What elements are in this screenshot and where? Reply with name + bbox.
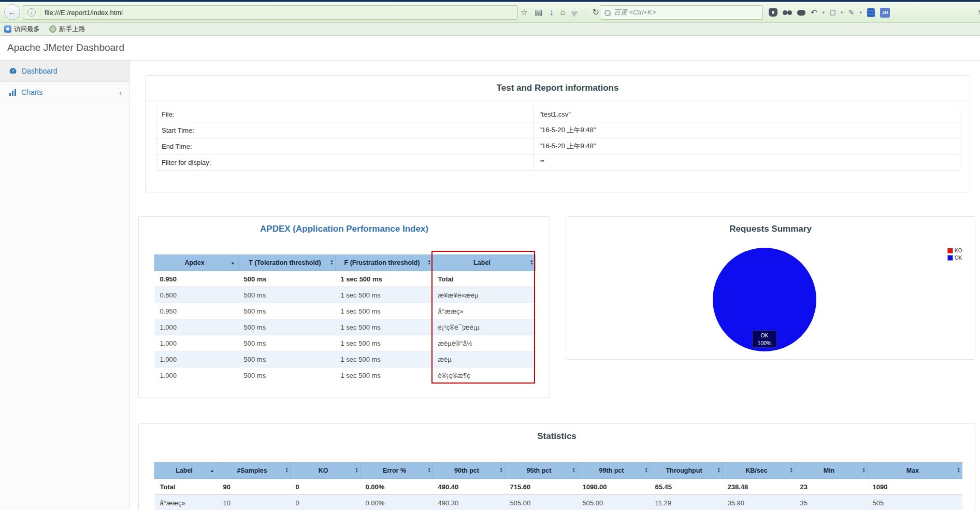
download-icon[interactable]: ↓ (549, 5, 553, 20)
cell: 1.000 (155, 367, 239, 384)
bookmarks-bar: 访问最多 新手上路 (0, 23, 980, 36)
sidebar-item-dashboard[interactable]: Dashboard (0, 61, 129, 82)
column-header-min[interactable]: Min▴▾ (795, 463, 868, 479)
column-header-throughput[interactable]: Throughput▴▾ (650, 463, 723, 479)
url-bar[interactable]: i file:///E:/report1/index.html (23, 5, 518, 20)
refresh-icon[interactable]: ↻ (592, 5, 599, 20)
sort-asc-icon[interactable]: ▲ (210, 468, 214, 473)
cell: 0.950 (155, 303, 239, 319)
cell: 0 (291, 495, 361, 510)
legend-item-ok[interactable]: OK (947, 255, 962, 261)
info-value: "test1.csv" (534, 106, 960, 122)
legend-swatch-ko (947, 248, 953, 253)
column-header-label[interactable]: Label▲ (155, 463, 218, 479)
cell: 715.60 (505, 479, 578, 495)
sidebar-item-label: Dashboard (22, 67, 57, 75)
table-row: File: "test1.csv" (156, 106, 960, 122)
sort-icon[interactable]: ▴▾ (572, 467, 574, 473)
cell: 10 (218, 495, 291, 510)
undo-icon[interactable]: ↶ (811, 8, 817, 17)
cell: 1090 (868, 479, 962, 495)
sort-icon[interactable]: ▴▾ (862, 467, 864, 473)
cell: 1 sec 500 ms (336, 319, 433, 335)
url-text[interactable]: file:///E:/report1/index.html (45, 9, 123, 17)
crop-dropdown-caret-icon[interactable]: ▾ (841, 10, 843, 15)
legend-item-ko[interactable]: KO (947, 248, 962, 253)
sort-icon[interactable]: ▴▾ (285, 467, 287, 473)
sidebar-item-charts[interactable]: Charts ‹ (0, 82, 129, 103)
bookmark-label: 访问最多 (14, 25, 40, 34)
cell: 1090.00 (578, 479, 650, 495)
getting-started-icon (49, 25, 56, 33)
column-header-90th[interactable]: 90th pct▴▾ (433, 463, 505, 479)
pocket-icon[interactable]: ∨ (769, 8, 777, 17)
column-header-99th[interactable]: 99th pct▴▾ (578, 463, 650, 479)
column-header-95th[interactable]: 95th pct▴▾ (505, 463, 578, 479)
info-label: File: (156, 106, 534, 122)
search-icon (604, 10, 610, 16)
send-icon[interactable]: ▶ (569, 5, 581, 21)
url-divider (40, 8, 40, 17)
chat-bubble-icon[interactable] (797, 10, 805, 16)
pie-slice-label: OK 100% (752, 330, 777, 348)
info-label: End Time: (156, 138, 534, 154)
info-value: "" (534, 154, 960, 171)
toolbar-icon-group: ☆ ▤ ↓ ⌂ ▶ ↻ (521, 5, 599, 20)
extension-icon-group: ∨ ↶ ▾ ▾ ✎ ▾ JH (769, 5, 890, 20)
page-info-icon[interactable]: i (27, 8, 36, 17)
jh-extension-icon[interactable]: JH (880, 8, 890, 18)
back-button[interactable]: ← (4, 4, 20, 20)
chevron-left-icon[interactable]: ‹ (119, 88, 122, 97)
cell: å°ææç» (155, 495, 218, 510)
info-label: Start Time: (156, 122, 534, 138)
statistics-panel: Statistics Label▲ #Samples▴▾ KO▴▾ Error … (138, 423, 975, 510)
browser-window: ← i file:///E:/report1/index.html ☆ ▤ ↓ … (0, 0, 980, 510)
sort-icon[interactable]: ▴▾ (645, 467, 647, 473)
column-header-ko[interactable]: KO▴▾ (291, 463, 361, 479)
cell: 1 sec 500 ms (336, 367, 433, 384)
bookmark-star-icon[interactable]: ☆ (521, 5, 528, 20)
search-box[interactable]: 百度 <Ctrl+K> (600, 5, 763, 20)
sort-icon[interactable]: ▴▾ (957, 467, 959, 473)
column-header-frustration[interactable]: F (Frustration threshold)▴▾ (336, 255, 433, 271)
cell: 500 ms (239, 287, 336, 303)
edit-pencil-icon[interactable]: ✎ (848, 8, 855, 17)
sort-icon[interactable]: ▴▾ (428, 259, 430, 265)
bookmark-most-visited[interactable]: 访问最多 (4, 25, 40, 34)
column-header-max[interactable]: Max▴▾ (868, 463, 962, 479)
table-row: Filter for display: "" (156, 154, 960, 171)
cell: 1 sec 500 ms (336, 271, 433, 287)
menu-icon[interactable]: ≡ (978, 7, 980, 17)
column-header-apdex[interactable]: Apdex▲ (155, 255, 239, 271)
column-header-kbsec[interactable]: KB/sec▴▾ (723, 463, 795, 479)
sort-icon[interactable]: ▴▾ (355, 467, 357, 473)
home-icon[interactable]: ⌂ (560, 5, 565, 20)
reader-icon[interactable]: ▤ (535, 5, 542, 20)
table-row: å°ææç» 10 0 0.00% 490.30 505.00 505.00 1… (155, 495, 962, 510)
cell: 0.600 (155, 287, 239, 303)
page-header: Apache JMeter Dashboard (0, 36, 980, 61)
sort-icon[interactable]: ▴▾ (500, 467, 502, 473)
pencil-dropdown-caret-icon[interactable]: ▾ (859, 10, 862, 15)
sort-icon[interactable]: ▴▾ (790, 467, 792, 473)
database-extension-icon[interactable] (867, 8, 875, 17)
undo-dropdown-caret-icon[interactable]: ▾ (823, 10, 825, 15)
mask-icon[interactable] (783, 10, 792, 15)
sort-icon[interactable]: ▴▾ (428, 467, 430, 473)
statistics-title: Statistics (139, 424, 975, 442)
cell: 0 (291, 479, 361, 495)
legend-label: OK (955, 255, 962, 261)
column-header-error[interactable]: Error %▴▾ (361, 463, 433, 479)
sort-icon[interactable]: ▴▾ (717, 467, 719, 473)
bookmark-label: 新手上路 (59, 25, 85, 34)
column-header-toleration[interactable]: T (Toleration threshold)▴▾ (239, 255, 336, 271)
cell: 1 sec 500 ms (336, 351, 433, 367)
screenshot-crop-icon[interactable] (830, 10, 835, 16)
bookmark-getting-started[interactable]: 新手上路 (49, 25, 85, 34)
most-visited-icon (4, 25, 11, 33)
sort-icon[interactable]: ▴▾ (330, 259, 333, 265)
sort-asc-icon[interactable]: ▲ (230, 260, 235, 265)
cell: 1 sec 500 ms (336, 303, 433, 319)
sidebar: Dashboard Charts ‹ (0, 61, 129, 510)
column-header-samples[interactable]: #Samples▴▾ (218, 463, 291, 479)
